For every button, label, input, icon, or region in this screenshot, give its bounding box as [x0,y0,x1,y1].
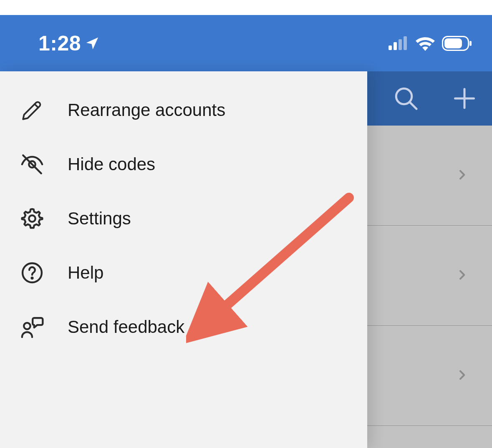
cellular-signal-icon [389,36,409,50]
svg-line-8 [410,103,416,109]
svg-rect-6 [469,41,472,46]
svg-point-7 [396,88,412,104]
menu-item-send-feedback[interactable]: Send feedback [0,300,367,354]
menu-item-label: Send feedback [68,317,184,337]
menu-item-rearrange-accounts[interactable]: Rearrange accounts [0,83,367,137]
window-top-margin [0,0,492,15]
menu-item-label: Settings [68,209,131,229]
gear-icon [20,206,44,231]
search-icon[interactable] [394,86,419,111]
eye-off-icon [20,152,44,176]
svg-line-11 [35,104,38,108]
menu-item-help[interactable]: Help [0,246,367,300]
menu-item-hide-codes[interactable]: Hide codes [0,137,367,191]
location-arrow-icon [85,36,99,50]
svg-rect-2 [399,39,402,50]
status-right [389,36,472,51]
svg-rect-5 [444,38,462,48]
menu-item-settings[interactable]: Settings [0,191,367,246]
svg-point-16 [32,277,33,279]
svg-point-17 [24,323,30,329]
svg-rect-0 [389,45,392,50]
chevron-right-icon [455,168,469,183]
app-body: Rearrange accounts Hide codes [0,71,492,448]
status-time: 1:28 [38,31,81,55]
side-menu: Rearrange accounts Hide codes [0,71,367,448]
status-bar: 1:28 [0,15,492,71]
chevron-right-icon [455,368,469,383]
menu-item-label: Hide codes [68,154,155,174]
wifi-icon [415,36,435,51]
menu-item-label: Help [68,263,103,283]
plus-icon[interactable] [452,86,477,111]
chevron-right-icon [455,268,469,283]
svg-point-14 [29,215,35,221]
svg-rect-3 [404,36,407,50]
battery-icon [442,36,472,51]
status-left: 1:28 [38,31,99,55]
pencil-icon [20,98,44,122]
menu-item-label: Rearrange accounts [68,100,225,120]
svg-rect-1 [394,42,397,50]
feedback-person-icon [20,315,44,339]
menu-list: Rearrange accounts Hide codes [0,83,367,354]
help-circle-icon [20,261,44,285]
